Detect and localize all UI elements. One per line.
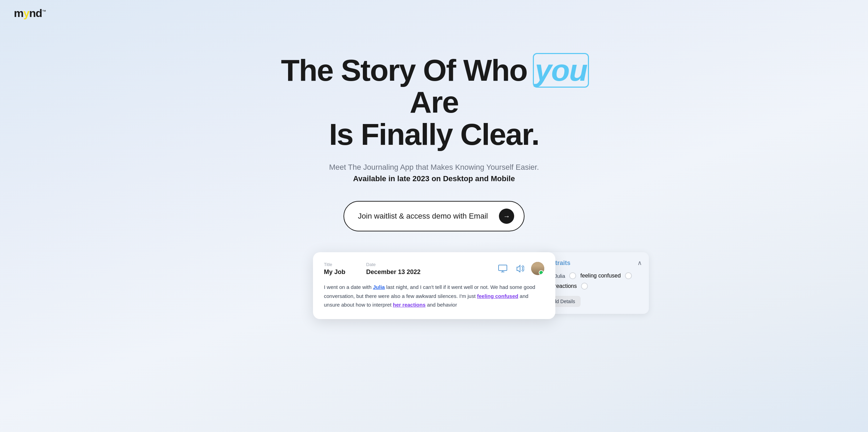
journal-card: Title My Job Date December 13 2022 [313,252,555,319]
date-value: December 13 2022 [366,268,421,276]
hero-title-part1: The Story Of Who [281,53,535,87]
hero-title-you: you [535,54,587,86]
date-label: Date [366,262,421,267]
logo-text: mynd™ [14,7,46,20]
header: mynd™ [0,0,868,27]
card-icons [496,262,544,275]
body-text-pre: I went on a date with [324,284,373,290]
monitor-icon[interactable] [496,262,509,275]
hero-section: The Story Of Who you Are Is Finally Clea… [0,27,868,252]
card-body: I went on a date with Julia last night, … [324,283,544,309]
portraits-header: Portraits ∧ [545,259,642,267]
portraits-chevron-icon[interactable]: ∧ [637,259,642,267]
hero-title-line2: Is Finally Clear. [329,117,539,151]
portrait-row-2: her reactions [545,283,642,290]
hero-subtitle-bold: Available in late 2023 on Desktop and Mo… [353,174,515,183]
julia-link[interactable]: Julia [373,284,385,290]
avatar [531,262,544,275]
logo-y-letter: y [23,7,29,20]
title-label: Title [324,262,346,267]
portrait-circle-confused[interactable] [625,272,632,279]
hero-title-part2: Are [410,85,458,119]
date-meta: Date December 13 2022 [366,262,421,276]
card-meta: Title My Job Date December 13 2022 [324,262,421,276]
cta-button[interactable]: Join waitlist & access demo with Email → [343,201,525,231]
portrait-row-1: Julia feeling confused [545,272,642,279]
avatar-image [531,262,544,275]
title-meta: Title My Job [324,262,346,276]
speaker-icon[interactable] [514,262,526,275]
portrait-circle-julia[interactable] [569,272,576,279]
her-reactions-link[interactable]: her reactions [393,302,426,308]
logo: mynd™ [14,7,854,20]
cta-label: Join waitlist & access demo with Email [358,212,488,221]
hero-title: The Story Of Who you Are Is Finally Clea… [261,54,607,150]
portrait-name-julia: Julia [555,273,565,279]
title-value: My Job [324,268,346,276]
card-header: Title My Job Date December 13 2022 [324,262,544,276]
portrait-tag-confused: feeling confused [580,273,621,279]
feeling-confused-link[interactable]: feeling confused [477,293,518,299]
cta-arrow-icon: → [499,209,514,224]
body-text-end: and behavior [426,302,457,308]
portrait-circle-reactions[interactable] [581,283,588,290]
svg-rect-0 [499,265,507,271]
app-preview-wrapper: Title My Job Date December 13 2022 [209,252,659,319]
logo-trademark: ™ [42,9,46,14]
hero-subtitle-text: Meet The Journaling App that Makes Knowi… [329,163,539,171]
hero-subtitle: Meet The Journaling App that Makes Knowi… [329,161,539,184]
